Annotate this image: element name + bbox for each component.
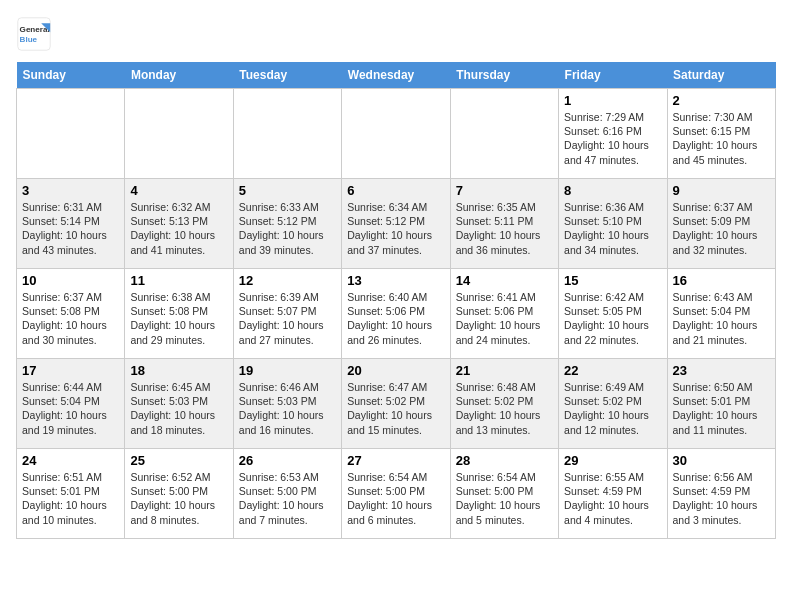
- day-of-week-header: Wednesday: [342, 62, 450, 89]
- day-number: 4: [130, 183, 227, 198]
- day-number: 2: [673, 93, 770, 108]
- day-info: Sunrise: 6:35 AM Sunset: 5:11 PM Dayligh…: [456, 200, 553, 257]
- logo-icon: General Blue: [16, 16, 52, 52]
- day-number: 20: [347, 363, 444, 378]
- day-number: 21: [456, 363, 553, 378]
- calendar-cell: 24Sunrise: 6:51 AM Sunset: 5:01 PM Dayli…: [17, 449, 125, 539]
- calendar-cell: 15Sunrise: 6:42 AM Sunset: 5:05 PM Dayli…: [559, 269, 667, 359]
- calendar-cell: 27Sunrise: 6:54 AM Sunset: 5:00 PM Dayli…: [342, 449, 450, 539]
- calendar-cell: 12Sunrise: 6:39 AM Sunset: 5:07 PM Dayli…: [233, 269, 341, 359]
- day-of-week-header: Monday: [125, 62, 233, 89]
- day-info: Sunrise: 6:56 AM Sunset: 4:59 PM Dayligh…: [673, 470, 770, 527]
- day-info: Sunrise: 7:30 AM Sunset: 6:15 PM Dayligh…: [673, 110, 770, 167]
- day-info: Sunrise: 6:46 AM Sunset: 5:03 PM Dayligh…: [239, 380, 336, 437]
- calendar-cell: 28Sunrise: 6:54 AM Sunset: 5:00 PM Dayli…: [450, 449, 558, 539]
- calendar-cell: 5Sunrise: 6:33 AM Sunset: 5:12 PM Daylig…: [233, 179, 341, 269]
- calendar-cell: [125, 89, 233, 179]
- day-info: Sunrise: 6:54 AM Sunset: 5:00 PM Dayligh…: [456, 470, 553, 527]
- calendar-cell: 18Sunrise: 6:45 AM Sunset: 5:03 PM Dayli…: [125, 359, 233, 449]
- day-number: 19: [239, 363, 336, 378]
- calendar-week-row: 1Sunrise: 7:29 AM Sunset: 6:16 PM Daylig…: [17, 89, 776, 179]
- day-info: Sunrise: 6:38 AM Sunset: 5:08 PM Dayligh…: [130, 290, 227, 347]
- day-number: 3: [22, 183, 119, 198]
- page-header: General Blue: [16, 16, 776, 52]
- day-number: 5: [239, 183, 336, 198]
- day-number: 18: [130, 363, 227, 378]
- day-info: Sunrise: 6:33 AM Sunset: 5:12 PM Dayligh…: [239, 200, 336, 257]
- day-info: Sunrise: 6:41 AM Sunset: 5:06 PM Dayligh…: [456, 290, 553, 347]
- day-info: Sunrise: 6:40 AM Sunset: 5:06 PM Dayligh…: [347, 290, 444, 347]
- day-number: 6: [347, 183, 444, 198]
- calendar-header-row: SundayMondayTuesdayWednesdayThursdayFrid…: [17, 62, 776, 89]
- day-info: Sunrise: 6:52 AM Sunset: 5:00 PM Dayligh…: [130, 470, 227, 527]
- calendar-cell: 11Sunrise: 6:38 AM Sunset: 5:08 PM Dayli…: [125, 269, 233, 359]
- calendar-week-row: 3Sunrise: 6:31 AM Sunset: 5:14 PM Daylig…: [17, 179, 776, 269]
- calendar-cell: 6Sunrise: 6:34 AM Sunset: 5:12 PM Daylig…: [342, 179, 450, 269]
- calendar-cell: [17, 89, 125, 179]
- day-of-week-header: Tuesday: [233, 62, 341, 89]
- calendar-cell: 1Sunrise: 7:29 AM Sunset: 6:16 PM Daylig…: [559, 89, 667, 179]
- day-of-week-header: Sunday: [17, 62, 125, 89]
- day-number: 9: [673, 183, 770, 198]
- calendar-cell: 8Sunrise: 6:36 AM Sunset: 5:10 PM Daylig…: [559, 179, 667, 269]
- calendar-cell: 30Sunrise: 6:56 AM Sunset: 4:59 PM Dayli…: [667, 449, 775, 539]
- calendar-cell: 7Sunrise: 6:35 AM Sunset: 5:11 PM Daylig…: [450, 179, 558, 269]
- day-number: 25: [130, 453, 227, 468]
- day-number: 12: [239, 273, 336, 288]
- calendar-cell: 14Sunrise: 6:41 AM Sunset: 5:06 PM Dayli…: [450, 269, 558, 359]
- svg-text:Blue: Blue: [20, 35, 38, 44]
- calendar-cell: 17Sunrise: 6:44 AM Sunset: 5:04 PM Dayli…: [17, 359, 125, 449]
- calendar-table: SundayMondayTuesdayWednesdayThursdayFrid…: [16, 62, 776, 539]
- calendar-cell: 13Sunrise: 6:40 AM Sunset: 5:06 PM Dayli…: [342, 269, 450, 359]
- calendar-cell: [233, 89, 341, 179]
- day-info: Sunrise: 6:31 AM Sunset: 5:14 PM Dayligh…: [22, 200, 119, 257]
- day-number: 15: [564, 273, 661, 288]
- calendar-cell: 4Sunrise: 6:32 AM Sunset: 5:13 PM Daylig…: [125, 179, 233, 269]
- calendar-cell: 20Sunrise: 6:47 AM Sunset: 5:02 PM Dayli…: [342, 359, 450, 449]
- day-info: Sunrise: 6:39 AM Sunset: 5:07 PM Dayligh…: [239, 290, 336, 347]
- day-info: Sunrise: 6:34 AM Sunset: 5:12 PM Dayligh…: [347, 200, 444, 257]
- day-number: 10: [22, 273, 119, 288]
- day-number: 1: [564, 93, 661, 108]
- day-of-week-header: Friday: [559, 62, 667, 89]
- day-info: Sunrise: 6:53 AM Sunset: 5:00 PM Dayligh…: [239, 470, 336, 527]
- calendar-cell: 22Sunrise: 6:49 AM Sunset: 5:02 PM Dayli…: [559, 359, 667, 449]
- day-number: 22: [564, 363, 661, 378]
- day-number: 30: [673, 453, 770, 468]
- calendar-cell: 29Sunrise: 6:55 AM Sunset: 4:59 PM Dayli…: [559, 449, 667, 539]
- calendar-cell: [450, 89, 558, 179]
- day-info: Sunrise: 6:32 AM Sunset: 5:13 PM Dayligh…: [130, 200, 227, 257]
- logo: General Blue: [16, 16, 56, 52]
- day-info: Sunrise: 6:37 AM Sunset: 5:08 PM Dayligh…: [22, 290, 119, 347]
- day-info: Sunrise: 7:29 AM Sunset: 6:16 PM Dayligh…: [564, 110, 661, 167]
- calendar-cell: 25Sunrise: 6:52 AM Sunset: 5:00 PM Dayli…: [125, 449, 233, 539]
- day-number: 29: [564, 453, 661, 468]
- day-number: 16: [673, 273, 770, 288]
- calendar-cell: 9Sunrise: 6:37 AM Sunset: 5:09 PM Daylig…: [667, 179, 775, 269]
- calendar-week-row: 17Sunrise: 6:44 AM Sunset: 5:04 PM Dayli…: [17, 359, 776, 449]
- day-number: 24: [22, 453, 119, 468]
- calendar-week-row: 10Sunrise: 6:37 AM Sunset: 5:08 PM Dayli…: [17, 269, 776, 359]
- calendar-cell: 26Sunrise: 6:53 AM Sunset: 5:00 PM Dayli…: [233, 449, 341, 539]
- day-info: Sunrise: 6:42 AM Sunset: 5:05 PM Dayligh…: [564, 290, 661, 347]
- day-info: Sunrise: 6:54 AM Sunset: 5:00 PM Dayligh…: [347, 470, 444, 527]
- calendar-week-row: 24Sunrise: 6:51 AM Sunset: 5:01 PM Dayli…: [17, 449, 776, 539]
- day-info: Sunrise: 6:43 AM Sunset: 5:04 PM Dayligh…: [673, 290, 770, 347]
- day-info: Sunrise: 6:51 AM Sunset: 5:01 PM Dayligh…: [22, 470, 119, 527]
- calendar-cell: 2Sunrise: 7:30 AM Sunset: 6:15 PM Daylig…: [667, 89, 775, 179]
- calendar-cell: 23Sunrise: 6:50 AM Sunset: 5:01 PM Dayli…: [667, 359, 775, 449]
- day-number: 14: [456, 273, 553, 288]
- day-number: 11: [130, 273, 227, 288]
- day-number: 28: [456, 453, 553, 468]
- calendar-cell: [342, 89, 450, 179]
- day-number: 17: [22, 363, 119, 378]
- day-number: 23: [673, 363, 770, 378]
- calendar-cell: 16Sunrise: 6:43 AM Sunset: 5:04 PM Dayli…: [667, 269, 775, 359]
- day-of-week-header: Thursday: [450, 62, 558, 89]
- day-of-week-header: Saturday: [667, 62, 775, 89]
- day-number: 7: [456, 183, 553, 198]
- day-info: Sunrise: 6:36 AM Sunset: 5:10 PM Dayligh…: [564, 200, 661, 257]
- calendar-cell: 10Sunrise: 6:37 AM Sunset: 5:08 PM Dayli…: [17, 269, 125, 359]
- day-info: Sunrise: 6:45 AM Sunset: 5:03 PM Dayligh…: [130, 380, 227, 437]
- day-info: Sunrise: 6:49 AM Sunset: 5:02 PM Dayligh…: [564, 380, 661, 437]
